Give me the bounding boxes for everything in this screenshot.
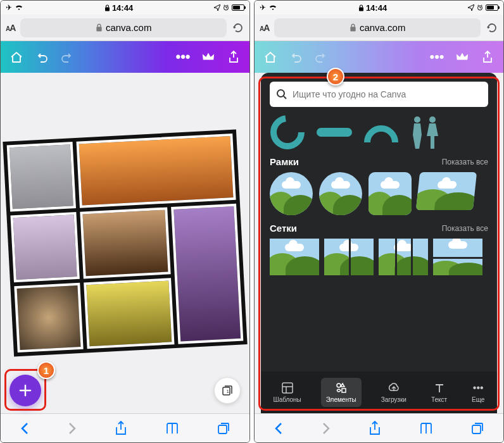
share-icon[interactable] (481, 50, 495, 64)
svg-rect-5 (218, 425, 227, 434)
shape-people-icon[interactable] (409, 115, 441, 150)
home-icon[interactable] (263, 50, 277, 64)
grid-3cols[interactable] (379, 239, 428, 275)
elements-panel: Рамки Показать все Сетки Показат (261, 73, 497, 413)
forward-icon[interactable] (321, 422, 331, 435)
more-icon[interactable]: ••• (176, 50, 190, 64)
tab-more[interactable]: ••• Еще (467, 378, 489, 407)
grids-show-all[interactable]: Показать все (442, 224, 488, 233)
add-button[interactable] (9, 375, 41, 406)
home-icon[interactable] (9, 50, 23, 64)
undo-icon[interactable] (289, 50, 303, 64)
frame-scallop[interactable] (319, 172, 362, 215)
page-count-button[interactable]: 1 (214, 377, 241, 404)
url-field[interactable]: canva.com (274, 18, 481, 37)
redo-icon[interactable] (60, 50, 74, 64)
collage-tile[interactable] (171, 204, 244, 344)
bookmarks-icon[interactable] (419, 422, 433, 435)
frames-section: Рамки Показать все (261, 151, 497, 218)
shape-ring[interactable] (270, 115, 305, 150)
share-icon[interactable] (115, 421, 127, 436)
editor-area: Рамки Показать все Сетки Показат (255, 73, 503, 413)
reader-aa-icon[interactable]: AA (6, 23, 15, 33)
collage-tile[interactable] (76, 134, 236, 208)
frame-square[interactable] (369, 172, 412, 215)
tab-text[interactable]: Текст (426, 378, 452, 407)
canva-toolbar: ••• (1, 41, 249, 73)
alarm-icon (477, 4, 483, 11)
crown-icon[interactable] (455, 50, 469, 64)
reload-icon[interactable] (232, 22, 244, 34)
frame-parallelogram[interactable] (416, 172, 477, 210)
tabs-icon[interactable] (470, 421, 484, 435)
svg-rect-17 (472, 425, 481, 434)
grids-title: Сетки (270, 223, 297, 234)
wifi-icon (268, 4, 277, 11)
frames-title: Рамки (270, 156, 299, 167)
grid-2cols[interactable] (324, 239, 374, 275)
share-icon[interactable] (369, 421, 381, 436)
crown-icon[interactable] (201, 50, 215, 64)
location-icon (468, 4, 474, 11)
lock-icon (358, 4, 364, 11)
battery-icon (232, 4, 244, 11)
shape-arc[interactable] (363, 115, 399, 150)
collage-tile[interactable] (84, 278, 174, 349)
collage-tile[interactable] (7, 142, 76, 212)
status-time: 14:44 (366, 3, 387, 13)
shapes-row[interactable] (261, 113, 497, 151)
back-icon[interactable] (20, 422, 30, 435)
photo-collage[interactable] (3, 130, 247, 357)
shape-minus[interactable] (315, 123, 353, 142)
canvas-editor[interactable]: 1 (1, 73, 249, 413)
back-icon[interactable] (274, 422, 284, 435)
forward-icon[interactable] (67, 422, 77, 435)
bookmarks-icon[interactable] (165, 422, 179, 435)
safari-address-bar: AA canva.com (255, 15, 503, 41)
url-field[interactable]: canva.com (20, 18, 227, 37)
wifi-icon (15, 4, 23, 11)
search-field[interactable] (270, 82, 488, 107)
svg-rect-11 (317, 128, 352, 137)
canva-toolbar: ••• (255, 41, 503, 73)
annotation-badge-2: 2 (327, 68, 344, 85)
more-icon: ••• (472, 382, 484, 394)
location-icon (214, 4, 220, 11)
reader-aa-icon[interactable]: AA (260, 23, 269, 33)
grid-2rows[interactable] (433, 239, 482, 275)
svg-text:1: 1 (227, 389, 230, 394)
frame-circle[interactable] (270, 172, 313, 215)
text-icon (433, 382, 446, 394)
collage-tile[interactable] (80, 208, 170, 278)
collage-tile[interactable] (10, 212, 79, 282)
frames-show-all[interactable]: Показать все (442, 158, 488, 166)
tabs-icon[interactable] (217, 421, 230, 435)
grid-1x1[interactable] (270, 239, 319, 275)
grids-section: Сетки Показать все (261, 218, 497, 278)
reload-icon[interactable] (486, 22, 498, 34)
tab-uploads[interactable]: Загрузки (376, 378, 412, 407)
svg-point-13 (429, 116, 436, 123)
annotation-badge-1: 1 (37, 361, 55, 379)
redo-icon[interactable] (314, 50, 328, 64)
safari-toolbar (1, 413, 249, 442)
alarm-icon (223, 4, 229, 11)
svg-rect-2 (96, 27, 101, 31)
more-icon[interactable]: ••• (430, 50, 444, 64)
tab-templates[interactable]: Шаблоны (268, 378, 306, 407)
svg-point-9 (277, 90, 284, 97)
url-text: canva.com (360, 22, 406, 33)
tab-elements[interactable]: Элементы (321, 378, 362, 407)
airplane-icon: ✈︎ (260, 3, 266, 12)
url-text: canva.com (106, 22, 152, 33)
share-icon[interactable] (227, 50, 241, 64)
lock-icon (96, 23, 103, 32)
undo-icon[interactable] (35, 50, 49, 64)
search-input[interactable] (293, 89, 482, 99)
battery-icon (486, 4, 498, 11)
collage-tile[interactable] (14, 283, 83, 353)
svg-rect-6 (359, 7, 363, 11)
safari-address-bar: AA canva.com (1, 15, 249, 41)
svg-rect-0 (105, 7, 110, 11)
svg-rect-16 (342, 389, 346, 392)
